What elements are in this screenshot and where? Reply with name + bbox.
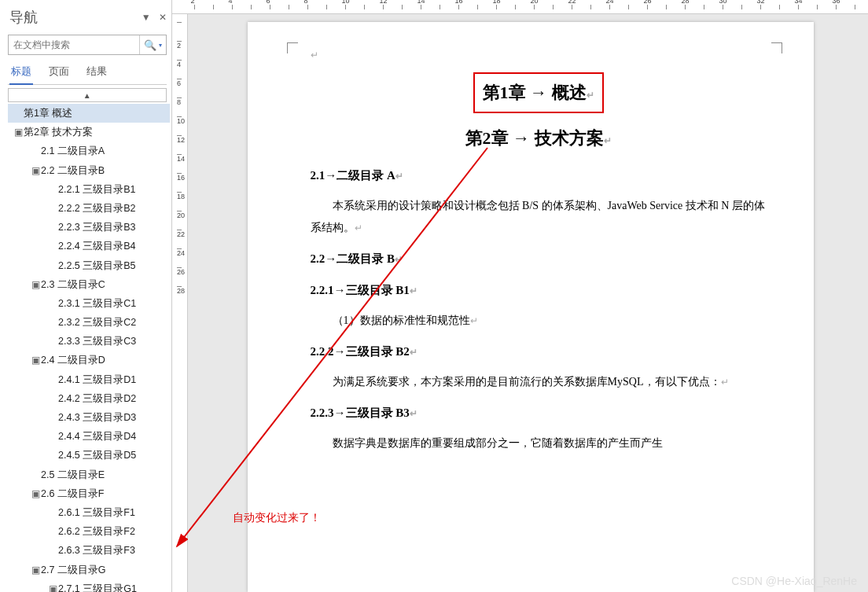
horizontal-ruler[interactable]: 24681012141618202224262830323436 — [172, 0, 868, 14]
tab-pages[interactable]: 页面 — [47, 61, 71, 84]
paragraph: 数据字典是数据库的重要组成部分之一，它随着数据库的产生而产生 — [311, 432, 767, 454]
outline-label: 2.6.3 三级目录F3 — [58, 545, 135, 556]
search-icon: 🔍 — [144, 39, 156, 51]
paragraph: 为满足系统要求，本方案采用的是目前流行的关系数据库MySQL，有以下优点：↵ — [311, 371, 767, 393]
outline-item[interactable]: ▣2.4 二级目录D — [8, 351, 170, 370]
search-dropdown-icon: ▾ — [159, 42, 162, 49]
tab-headings[interactable]: 标题 — [9, 61, 33, 85]
heading-2-2: 2.2→二级目录 B↵ — [311, 247, 767, 270]
outline-label: 2.6.2 三级目录F2 — [58, 526, 135, 537]
highlight-box: 第1章 → 概述↵ — [473, 72, 604, 113]
twisty-icon[interactable]: ▣ — [13, 125, 24, 140]
outline-label: 第2章 技术方案 — [24, 127, 93, 138]
outline-label: 2.5 二级目录E — [41, 469, 105, 480]
outline-item[interactable]: ◾2.5 二级目录E — [8, 465, 170, 484]
outline-label: 2.2.2 三级目录B2 — [58, 203, 136, 214]
outline-label: 2.4.5 三级目录D5 — [58, 450, 136, 461]
nav-title: 导航 — [9, 8, 38, 27]
outline-item[interactable]: ◾2.3.1 三级目录C1 — [8, 294, 170, 313]
outline-label: 2.4.2 三级目录D2 — [58, 393, 136, 404]
outline-label: 2.3.2 三级目录C2 — [58, 317, 136, 328]
outline-item[interactable]: ▣第2章 技术方案 — [8, 123, 170, 142]
document-area: 24681012141618202224262830323436 2468101… — [172, 0, 868, 592]
outline-item[interactable]: ◾2.4.3 三级目录D3 — [8, 408, 170, 427]
outline-item[interactable]: ◾第1章 概述 — [8, 104, 170, 123]
outline-label: 2.4.3 三级目录D3 — [58, 412, 136, 423]
twisty-icon[interactable]: ▣ — [30, 487, 41, 502]
chapter-1-title: 第1章 → 概述↵ — [311, 72, 767, 113]
tab-results[interactable]: 结果 — [85, 61, 108, 84]
paragraph: （1）数据的标准性和规范性↵ — [311, 310, 767, 332]
margin-corner — [771, 42, 782, 53]
outline-label: 2.7.1 三级目录G1 — [58, 583, 137, 592]
heading-2-2-1: 2.2.1→三级目录 B1↵ — [311, 278, 767, 302]
outline-item[interactable]: ◾2.2.4 三级目录B4 — [8, 237, 170, 256]
outline-tree: ◾第1章 概述▣第2章 技术方案◾2.1 二级目录A▣2.2 二级目录B◾2.2… — [8, 104, 170, 592]
outline-label: 2.2 二级目录B — [41, 165, 105, 176]
outline-label: 2.7 二级目录G — [41, 564, 106, 575]
outline-label: 2.4 二级目录D — [41, 355, 105, 366]
outline-item[interactable]: ◾2.6.2 三级目录F2 — [8, 522, 170, 541]
outline-label: 2.1 二级目录A — [41, 145, 105, 156]
twisty-icon[interactable]: ▣ — [47, 582, 58, 592]
outline-label: 2.2.3 三级目录B3 — [58, 222, 136, 233]
heading-2-2-3: 2.2.3→三级目录 B3↵ — [311, 401, 767, 425]
nav-tabs: 标题 页面 结果 — [8, 61, 167, 85]
outline-label: 2.2.5 三级目录B5 — [58, 260, 136, 271]
outline-item[interactable]: ◾2.2.2 三级目录B2 — [8, 199, 170, 218]
twisty-icon[interactable]: ▣ — [30, 353, 41, 368]
nav-close-icon[interactable]: ✕ — [159, 12, 167, 23]
outline-label: 2.3 二级目录C — [41, 279, 105, 290]
page-scroll-area[interactable]: ↵ 第1章 → 概述↵ 第2章 → 技术方案↵ 2.1→二级目录 A↵ 本系统采… — [188, 14, 868, 592]
twisty-icon[interactable]: ▣ — [30, 563, 41, 578]
twisty-icon[interactable]: ▣ — [30, 278, 41, 292]
outline-label: 2.3.1 三级目录C1 — [58, 298, 136, 309]
outline-item[interactable]: ▣2.2 二级目录B — [8, 161, 170, 180]
paragraph: 本系统采用的设计策略和设计概念包括 B/S 的体系架构、JavaWeb Serv… — [311, 195, 767, 239]
outline-label: 2.6.1 三级目录F1 — [58, 507, 135, 518]
outline-item[interactable]: ▣2.7 二级目录G — [8, 561, 170, 579]
margin-corner — [287, 42, 298, 53]
outline-item[interactable]: ◾2.3.3 三级目录C3 — [8, 332, 170, 351]
vertical-ruler[interactable]: 246810121416182022242628 — [172, 14, 188, 592]
jump-to-top[interactable]: ▲ — [8, 88, 167, 102]
navigation-pane: 导航 ▼ ✕ 🔍▾ 标题 页面 结果 ▲ ◾第1章 概述▣第2章 技术方案◾2.… — [0, 0, 172, 592]
outline-label: 2.2.4 三级目录B4 — [58, 241, 136, 252]
outline-item[interactable]: ◾2.2.1 三级目录B1 — [8, 180, 170, 199]
outline-item[interactable]: ▣2.3 二级目录C — [8, 275, 170, 294]
outline-item[interactable]: ▣2.6 二级目录F — [8, 484, 170, 503]
outline-item[interactable]: ◾2.3.2 三级目录C2 — [8, 313, 170, 332]
heading-2-1: 2.1→二级目录 A↵ — [311, 164, 767, 187]
outline-label: 2.4.4 三级目录D4 — [58, 431, 136, 442]
search-input[interactable] — [9, 35, 139, 54]
twisty-icon[interactable]: ▣ — [30, 164, 41, 178]
page: ↵ 第1章 → 概述↵ 第2章 → 技术方案↵ 2.1→二级目录 A↵ 本系统采… — [248, 22, 814, 592]
outline-item[interactable]: ◾2.2.5 三级目录B5 — [8, 256, 170, 275]
outline-item[interactable]: ◾2.2.3 三级目录B3 — [8, 218, 170, 237]
outline-label: 2.4.1 三级目录D1 — [58, 374, 136, 385]
outline-label: 2.3.3 三级目录C3 — [58, 336, 136, 347]
outline-label: 2.6 二级目录F — [41, 488, 105, 499]
outline-label: 第1章 概述 — [24, 108, 72, 119]
outline-item[interactable]: ◾2.4.1 三级目录D1 — [8, 370, 170, 389]
outline-label: 2.2.1 三级目录B1 — [58, 184, 136, 195]
outline-item[interactable]: ◾2.4.2 三级目录D2 — [8, 389, 170, 408]
outline-item[interactable]: ◾2.6.3 三级目录F3 — [8, 541, 170, 560]
search-button[interactable]: 🔍▾ — [139, 35, 166, 54]
outline-item[interactable]: ▣2.7.1 三级目录G1 — [8, 579, 170, 592]
outline-item[interactable]: ◾2.4.5 三级目录D5 — [8, 446, 170, 465]
outline-item[interactable]: ◾2.1 二级目录A — [8, 142, 170, 160]
para-mark: ↵ — [311, 46, 767, 64]
heading-2-2-2: 2.2.2→三级目录 B2↵ — [311, 340, 767, 363]
chapter-2-title: 第2章 → 技术方案↵ — [311, 121, 767, 156]
nav-dropdown-icon[interactable]: ▼ — [142, 12, 151, 23]
outline-item[interactable]: ◾2.6.1 三级目录F1 — [8, 503, 170, 522]
search-box: 🔍▾ — [8, 35, 167, 55]
outline-item[interactable]: ◾2.4.4 三级目录D4 — [8, 427, 170, 446]
